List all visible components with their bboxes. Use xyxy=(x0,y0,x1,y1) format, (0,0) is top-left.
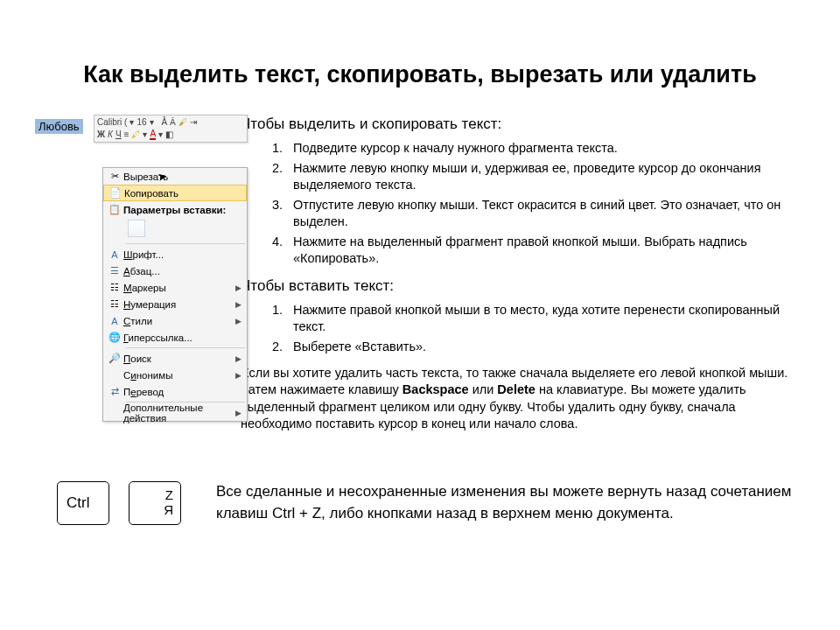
menu-item-translate[interactable]: ⇄ Перевод xyxy=(103,383,247,400)
chevron-down-icon[interactable]: ▾ xyxy=(158,130,163,139)
submenu-arrow-icon: ▶ xyxy=(235,371,243,380)
align-icon[interactable]: ≡ xyxy=(124,130,130,139)
paste-options-row xyxy=(103,218,247,242)
selected-text: Любовь xyxy=(35,119,83,134)
menu-item-copy[interactable]: 📄 Копировать xyxy=(103,185,247,201)
translate-icon: ⇄ xyxy=(106,386,123,397)
section-heading: Чтобы выделить и скопировать текст: xyxy=(241,115,805,135)
underline-button[interactable]: Ч xyxy=(116,130,122,139)
numbering-icon: ☷ xyxy=(106,298,123,310)
steps-list-2: Нажмите правой кнопкой мыши в то место, … xyxy=(241,302,805,356)
keyboard-keys: Ctrl Z Я xyxy=(57,481,181,525)
submenu-arrow-icon: ▶ xyxy=(235,284,243,292)
clipboard-icon: 📋 xyxy=(106,204,123,215)
styles-icon[interactable]: ◧ xyxy=(165,130,173,139)
ctrl-key: Ctrl xyxy=(57,481,109,525)
italic-button[interactable]: К xyxy=(108,130,113,139)
menu-item-additional[interactable]: Дополнительные действия ▶ xyxy=(103,404,247,421)
indent-icon[interactable]: ⇥ xyxy=(190,117,197,127)
menu-item-font[interactable]: A Шрифт... xyxy=(103,246,247,262)
scissors-icon: ✂ xyxy=(106,171,123,182)
copy-icon: 📄 xyxy=(107,187,124,199)
menu-item-paste-options: 📋 Параметры вставки: xyxy=(103,201,247,218)
font-name[interactable]: Calibri ( xyxy=(97,117,127,127)
submenu-arrow-icon: ▶ xyxy=(235,300,243,309)
list-item: Нажмите левую кнопку мыши и, удерживая е… xyxy=(286,160,805,194)
page-title: Как выделить текст, скопировать, вырезат… xyxy=(0,0,840,97)
z-key: Z Я xyxy=(129,481,181,525)
section-heading: Чтобы вставить текст: xyxy=(241,276,805,297)
search-icon: 🔎 xyxy=(106,353,123,364)
menu-item-synonyms[interactable]: Синонимы ▶ xyxy=(103,367,247,383)
menu-item-paragraph[interactable]: ☰ Абзац... xyxy=(103,262,247,279)
list-item: Отпустите левую кнопку мыши. Текст окрас… xyxy=(286,197,805,231)
menu-item-search[interactable]: 🔎 Поиск ▶ xyxy=(103,350,247,367)
chevron-down-icon[interactable]: ▾ xyxy=(143,130,147,139)
list-item: Подведите курсор к началу нужного фрагме… xyxy=(286,140,805,158)
undo-instructions: Все сделанные и несохраненные изменения … xyxy=(216,481,796,524)
font-dialog-icon: A xyxy=(106,249,123,260)
mini-toolbar: Calibri ( ▾ 16 ▾ Â Ǎ 🖌 ⇥ Ж К Ч ≡ 🖍▾ A▾… xyxy=(94,115,248,143)
menu-item-numbering[interactable]: ☷ Нумерация ▶ xyxy=(103,296,247,312)
steps-list-1: Подведите курсор к началу нужного фрагме… xyxy=(241,140,805,268)
format-painter-icon[interactable]: 🖌 xyxy=(178,117,187,127)
cursor-icon: ➤ xyxy=(157,169,168,184)
chevron-down-icon[interactable]: ▾ xyxy=(150,117,154,127)
context-menu: ✂ Вырезать 📄 Копировать 📋 Параметры вста… xyxy=(102,167,248,422)
submenu-arrow-icon: ▶ xyxy=(235,317,243,326)
chevron-down-icon[interactable]: ▾ xyxy=(130,117,134,127)
menu-item-hyperlink[interactable]: 🌐 Гиперссылка... xyxy=(103,329,247,346)
instructions-column: Чтобы выделить и скопировать текст: Подв… xyxy=(241,115,805,433)
menu-item-bullets[interactable]: ☷ Маркеры ▶ xyxy=(103,279,247,296)
paragraph-icon: ☰ xyxy=(106,265,123,276)
submenu-arrow-icon: ▶ xyxy=(235,409,243,417)
list-item: Выберете «Вставить». xyxy=(286,339,805,356)
delete-instructions: Если вы хотите удалить часть текста, то … xyxy=(241,365,805,433)
menu-item-styles[interactable]: A Стили ▶ xyxy=(103,312,247,329)
menu-item-cut[interactable]: ✂ Вырезать xyxy=(103,168,247,185)
styles-icon: A xyxy=(106,316,123,326)
list-item: Нажмите правой кнопкой мыши в то место, … xyxy=(286,302,805,336)
bullets-icon: ☷ xyxy=(106,282,123,293)
list-item: Нажмите на выделенный фрагмент правой кн… xyxy=(286,234,805,268)
font-color-icon[interactable]: A xyxy=(150,129,156,140)
paste-option-icon[interactable] xyxy=(128,220,145,237)
submenu-arrow-icon: ▶ xyxy=(235,354,243,363)
grow-font-icon[interactable]: Â xyxy=(162,117,168,127)
hyperlink-icon: 🌐 xyxy=(106,332,123,343)
font-size[interactable]: 16 xyxy=(136,117,146,127)
highlight-icon[interactable]: 🖍 xyxy=(131,130,140,139)
word-screenshot: Любовь Calibri ( ▾ 16 ▾ Â Ǎ 🖌 ⇥ Ж К Ч … xyxy=(35,115,228,433)
bold-button[interactable]: Ж xyxy=(97,130,105,139)
shrink-font-icon[interactable]: Ǎ xyxy=(170,117,176,127)
